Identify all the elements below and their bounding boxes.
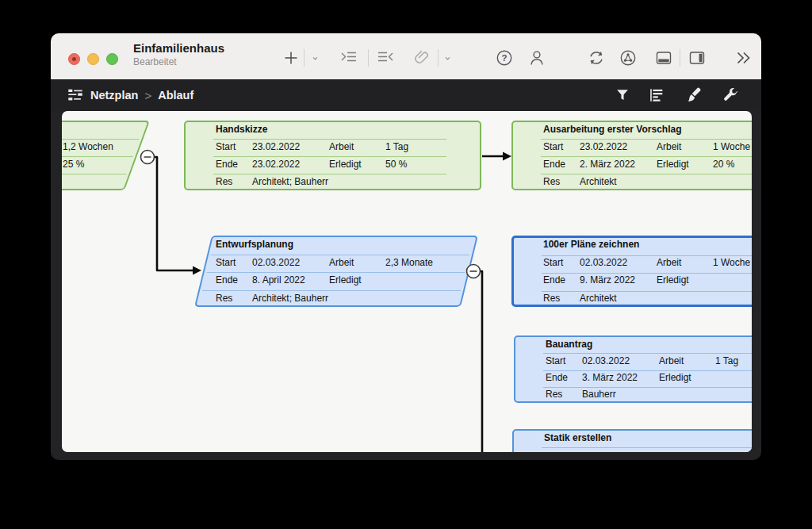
node-cell: 02.03.2022 (252, 256, 300, 269)
node-cell: Erledigt (329, 158, 362, 171)
add-icon (282, 48, 301, 67)
node-cell: Res (543, 175, 560, 188)
node-cell: Architekt (580, 292, 617, 305)
toolbar-button-attachment[interactable] (412, 47, 434, 69)
connection-port-minus[interactable] (141, 151, 155, 164)
node-cell: Ende (543, 158, 565, 171)
toolbar-button-more[interactable] (732, 47, 754, 69)
node-cell: Start (543, 140, 563, 153)
zoom-button[interactable] (106, 53, 118, 65)
node-cell: 02.03.2022 (582, 355, 630, 367)
navbar-button-filter[interactable] (614, 86, 631, 104)
document-status: Bearbeitet (133, 56, 224, 68)
task-node-ausarbeitung-erster-vorschlag[interactable]: Ausarbeitung erster VorschlagStart23.02.… (511, 121, 752, 190)
toolbar-button-help[interactable]: ? (493, 47, 515, 69)
task-node-vorbereitung-partial[interactable]: 1,2 Wochen25 % (62, 121, 137, 190)
node-cell: Arbeit (329, 256, 354, 269)
navbar-button-settings-wrench[interactable] (722, 86, 739, 104)
navbar-button-style-list[interactable] (648, 86, 665, 104)
navbar-button-format-brush[interactable] (685, 86, 703, 104)
node-cell: Res (216, 292, 232, 305)
node-cell: 23.02.2022 (580, 140, 627, 153)
node-cell: 25 % (63, 158, 84, 171)
node-cell: Start (216, 140, 236, 153)
node-row-divider (542, 291, 752, 292)
panel-right-icon (688, 48, 707, 67)
view-navbar: Netzplan > Ablauf (51, 79, 761, 111)
node-row-divider (541, 139, 752, 140)
node-row-divider (541, 156, 752, 157)
node-cell: Arbeit (657, 256, 681, 269)
close-button[interactable] (68, 53, 80, 65)
netzplan-view-icon (67, 86, 84, 104)
task-node-100er-plaene-zeichnen[interactable]: 100er Pläne zeichnenStart02.03.2022Arbei… (511, 236, 752, 307)
node-cell: Start (216, 256, 236, 269)
task-node-statik-erstellen[interactable]: Statik erstellen (512, 429, 752, 452)
attachment-icon (413, 48, 432, 67)
node-cell: Ende (546, 371, 568, 384)
node-cell: Arbeit (657, 140, 681, 153)
node-cell: 1 Woche (713, 140, 750, 153)
toolbar-separator (368, 49, 369, 67)
toolbar-button-panel-bottom[interactable] (653, 47, 675, 69)
node-title: Entwurfsplanung (216, 238, 293, 251)
sync-icon (587, 48, 606, 67)
node-cell: Erledigt (657, 274, 689, 286)
node-cell: Res (546, 388, 562, 401)
node-cell: Erledigt (659, 371, 691, 384)
node-cell: Start (543, 256, 563, 269)
node-cell: Architekt (580, 175, 617, 188)
node-cell: 50 % (385, 158, 407, 171)
breadcrumb-page[interactable]: Ablauf (158, 89, 193, 102)
toolbar-button-sync[interactable] (585, 47, 607, 69)
toolbar-button-user[interactable] (526, 47, 548, 69)
canvas[interactable]: 1,2 Wochen25 %HandskizzeStart23.02.2022A… (62, 111, 752, 452)
node-cell: 2. März 2022 (580, 158, 635, 171)
node-cell: Res (216, 175, 232, 188)
breadcrumb-separator: > (144, 89, 151, 102)
node-cell: 23.02.2022 (252, 140, 300, 153)
indent-icon (339, 48, 358, 67)
toolbar-button-outdent[interactable] (374, 47, 396, 69)
node-cell: 1 Woche (713, 256, 750, 269)
breadcrumb-view[interactable]: Netzplan (90, 89, 138, 102)
toolbar-button-chevron-down[interactable] (436, 47, 458, 69)
node-cell: Architekt; Bauherr (252, 175, 328, 188)
outdent-icon (376, 48, 395, 67)
node-cell: Architekt; Bauherr (252, 292, 328, 305)
toolbar-button-chevron-down[interactable] (304, 47, 326, 69)
node-row-divider (62, 156, 133, 157)
node-row-divider (542, 273, 752, 274)
node-cell: 23.02.2022 (252, 158, 300, 171)
minimize-button[interactable] (87, 53, 99, 65)
node-cell: Erledigt (657, 158, 689, 171)
toolbar-button-indent[interactable] (338, 47, 360, 69)
node-row-divider (202, 290, 461, 291)
title-block: Einfamilienhaus Bearbeitet (133, 40, 224, 68)
task-node-handskizze[interactable]: HandskizzeStart23.02.2022Arbeit1 TagEnde… (184, 121, 481, 190)
task-node-bauantrag[interactable]: BauantragStart02.03.2022Arbeit1 TagEnde3… (514, 335, 752, 403)
dependency-line[interactable] (480, 271, 482, 452)
panel-bottom-icon (654, 48, 673, 67)
app-window: Einfamilienhaus Bearbeitet ? Netzplan > … (51, 33, 761, 460)
toolbar-separator (680, 49, 680, 67)
screen: { "window": { "title": "Einfamilienhaus"… (0, 0, 812, 529)
style-list-icon (648, 86, 665, 104)
toolbar-button-add[interactable] (280, 47, 302, 69)
node-row-divider (211, 255, 469, 255)
node-row-divider (543, 370, 752, 371)
node-cell: Erledigt (329, 274, 362, 286)
filter-icon (614, 86, 631, 104)
toolbar-button-network[interactable] (617, 47, 639, 69)
node-title: Handskizze (216, 123, 267, 136)
node-row-divider (542, 447, 752, 448)
node-cell: 1,2 Wochen (63, 140, 113, 153)
chevron-down-icon (308, 52, 322, 65)
toolbar-button-panel-right[interactable] (686, 47, 708, 69)
task-node-entwurfsplanung[interactable]: EntwurfsplanungStart02.03.2022Arbeit2,3 … (203, 236, 469, 307)
node-row-divider (62, 174, 127, 174)
node-shape (62, 121, 150, 190)
dependency-arrowhead (503, 152, 511, 161)
node-row-divider (543, 387, 752, 388)
titlebar: Einfamilienhaus Bearbeitet ? (51, 33, 761, 79)
